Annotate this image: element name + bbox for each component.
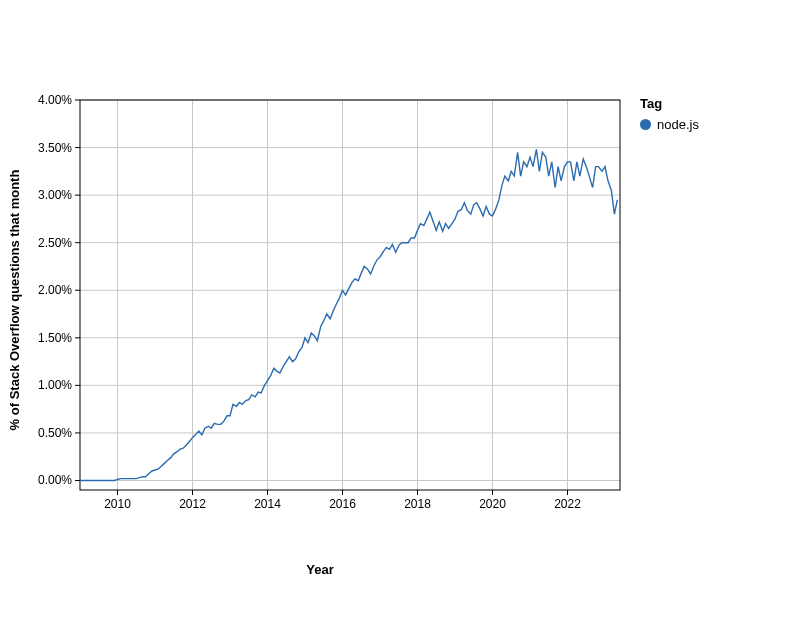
chart-plot: 0.00%0.50%1.00%1.50%2.00%2.50%3.00%3.50%… bbox=[10, 90, 630, 533]
y-tick-label: 3.00% bbox=[38, 188, 72, 202]
x-tick-label: 2016 bbox=[329, 497, 356, 511]
y-tick-label: 3.50% bbox=[38, 141, 72, 155]
y-ticks: 0.00%0.50%1.00%1.50%2.00%2.50%3.00%3.50%… bbox=[38, 93, 72, 487]
grid-horizontal bbox=[80, 100, 620, 480]
x-tick-label: 2020 bbox=[479, 497, 506, 511]
legend-title: Tag bbox=[640, 96, 699, 111]
svg-rect-32 bbox=[80, 100, 620, 490]
legend-item: node.js bbox=[640, 117, 699, 132]
y-tick-label: 2.50% bbox=[38, 236, 72, 250]
x-ticks: 2010201220142016201820202022 bbox=[104, 497, 581, 511]
chart-svg: 0.00%0.50%1.00%1.50%2.00%2.50%3.00%3.50%… bbox=[10, 90, 630, 530]
y-tick-label: 4.00% bbox=[38, 93, 72, 107]
grid-vertical bbox=[118, 100, 568, 490]
x-tick-label: 2014 bbox=[254, 497, 281, 511]
y-tick-label: 0.50% bbox=[38, 426, 72, 440]
legend: Tag node.js bbox=[640, 96, 699, 132]
line-series-nodejs bbox=[80, 149, 617, 480]
circle-icon bbox=[640, 119, 651, 130]
y-tick-label: 1.50% bbox=[38, 331, 72, 345]
legend-item-label: node.js bbox=[657, 117, 699, 132]
x-axis bbox=[80, 100, 620, 495]
y-tick-label: 0.00% bbox=[38, 473, 72, 487]
y-axis bbox=[75, 100, 80, 480]
x-tick-label: 2022 bbox=[554, 497, 581, 511]
y-tick-label: 2.00% bbox=[38, 283, 72, 297]
y-tick-label: 1.00% bbox=[38, 378, 72, 392]
x-axis-label: Year bbox=[306, 562, 333, 577]
x-tick-label: 2018 bbox=[404, 497, 431, 511]
x-tick-label: 2012 bbox=[179, 497, 206, 511]
x-tick-label: 2010 bbox=[104, 497, 131, 511]
